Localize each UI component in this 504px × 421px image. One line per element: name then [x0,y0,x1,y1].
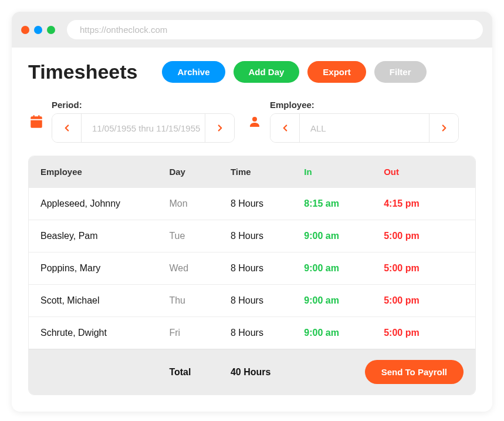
cell-out: 5:00 pm [384,328,464,338]
employee-selector: Employee: ALL [246,100,459,143]
employee-prev-button[interactable] [270,114,300,142]
table-row[interactable]: Beasley, PamTue8 Hours9:00 am5:00 pm [29,220,475,252]
url-bar[interactable]: https://ontheclock.com [67,20,483,39]
chevron-right-icon [439,123,449,133]
cell-day: Thu [169,295,231,306]
period-value[interactable]: 11/05/1955 thru 11/15/1955 [82,114,205,142]
table-row[interactable]: Schrute, DwightFri8 Hours9:00 am5:00 pm [29,316,475,349]
employee-select-box: ALL [270,113,459,143]
cell-out: 4:15 pm [384,198,464,209]
cell-in: 9:00 am [304,263,384,274]
period-label: Period: [52,100,235,110]
cell-employee: Beasley, Pam [40,231,169,241]
cell-day: Tue [169,231,231,241]
cell-day: Fri [169,328,231,338]
cell-time: 8 Hours [231,231,304,241]
filter-button[interactable]: Filter [374,61,427,83]
cell-out: 5:00 pm [384,295,464,306]
employee-next-button[interactable] [429,114,458,142]
cell-in: 8:15 am [304,198,384,209]
table-row[interactable]: Appleseed, JohnnyMon8 Hours8:15 am4:15 p… [29,187,475,220]
period-selector: Period: 11/05/1955 thru 11/15/1955 [28,100,235,143]
export-button[interactable]: Export [307,61,366,83]
window-minimize-dot[interactable] [34,26,42,34]
chevron-left-icon [280,123,290,133]
selectors-row: Period: 11/05/1955 thru 11/15/1955 [28,100,476,143]
window-close-dot[interactable] [21,26,29,34]
th-out: Out [384,167,464,177]
period-select-box: 11/05/1955 thru 11/15/1955 [52,113,235,143]
cell-employee: Poppins, Mary [40,263,169,274]
employee-label: Employee: [270,100,459,110]
cell-time: 8 Hours [231,328,304,338]
table-body: Appleseed, JohnnyMon8 Hours8:15 am4:15 p… [29,187,475,349]
archive-button[interactable]: Archive [162,61,225,83]
browser-window: https://ontheclock.com Timesheets Archiv… [12,12,492,412]
cell-employee: Scott, Michael [40,295,169,306]
period-prev-button[interactable] [52,114,82,142]
calendar-icon [28,113,45,130]
cell-employee: Appleseed, Johnny [40,198,169,209]
th-in: In [304,167,384,177]
window-controls [21,26,55,34]
total-value: 40 Hours [231,367,304,378]
window-maximize-dot[interactable] [47,26,55,34]
content-area: Timesheets Archive Add Day Export Filter… [12,48,492,412]
th-employee: Employee [40,167,169,177]
cell-time: 8 Hours [231,198,304,209]
cell-time: 8 Hours [231,263,304,274]
chevron-right-icon [215,123,225,133]
th-day: Day [169,167,231,177]
cell-in: 9:00 am [304,328,384,338]
cell-out: 5:00 pm [384,263,464,274]
browser-chrome: https://ontheclock.com [12,12,492,48]
th-time: Time [231,167,304,177]
cell-day: Mon [169,198,231,209]
add-day-button[interactable]: Add Day [234,61,300,83]
person-icon [246,113,263,130]
table-row[interactable]: Poppins, MaryWed8 Hours9:00 am5:00 pm [29,252,475,284]
header: Timesheets Archive Add Day Export Filter [28,60,476,83]
table-header-row: Employee Day Time In Out [29,156,475,187]
employee-value[interactable]: ALL [300,114,429,142]
period-next-button[interactable] [205,114,234,142]
page-title: Timesheets [28,60,137,83]
chevron-left-icon [62,123,72,133]
svg-point-0 [252,117,257,122]
cell-in: 9:00 am [304,231,384,241]
cell-out: 5:00 pm [384,231,464,241]
cell-employee: Schrute, Dwight [40,328,169,338]
cell-day: Wed [169,263,231,274]
table-row[interactable]: Scott, MichaelThu8 Hours9:00 am5:00 pm [29,284,475,316]
timesheet-table: Employee Day Time In Out Appleseed, John… [28,156,476,395]
cell-in: 9:00 am [304,295,384,306]
cell-time: 8 Hours [231,295,304,306]
table-footer-row: Total 40 Hours Send To Payroll [29,349,475,395]
send-to-payroll-button[interactable]: Send To Payroll [365,360,464,384]
total-label: Total [169,367,231,378]
